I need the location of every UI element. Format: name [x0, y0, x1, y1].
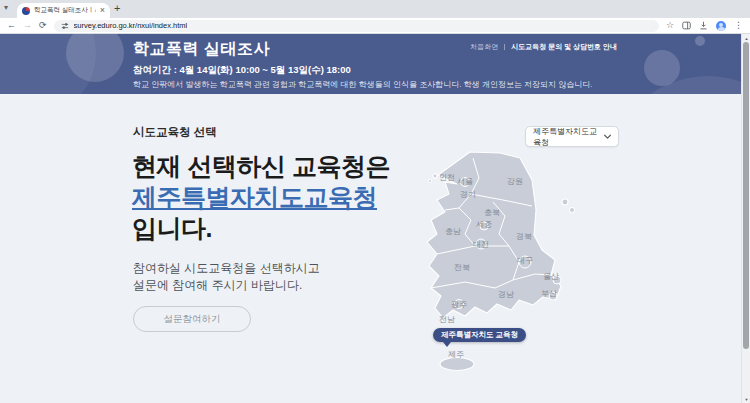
tab-strip: ▾ 학교폭력 실태조사ㅣ시도교육청 × +: [0, 0, 750, 18]
toolbar-actions: ☆ ⋮: [666, 21, 743, 31]
map-region-label-8[interactable]: 대전: [473, 239, 489, 250]
back-icon[interactable]: ←: [7, 21, 16, 30]
scrollbar-thumb[interactable]: [743, 42, 749, 349]
scroll-down-icon[interactable]: ▼: [742, 395, 750, 403]
korea-map[interactable]: [415, 150, 585, 390]
survey-period: 참여기간 : 4월 14일(화) 10:00 ~ 5월 13일(수) 18:00: [133, 64, 351, 77]
section-title: 시도교육청 선택: [133, 125, 217, 140]
new-tab-button[interactable]: +: [114, 2, 120, 14]
instruction-line2: 설문에 참여해 주시기 바랍니다.: [133, 277, 320, 294]
profile-avatar[interactable]: [716, 21, 726, 31]
map-region-label-10[interactable]: 전북: [454, 262, 470, 273]
map-region-label-5[interactable]: 세종: [476, 219, 492, 230]
headline-line1: 현재 선택하신 교육청은: [132, 151, 390, 182]
map-region-label-3[interactable]: 경기: [460, 189, 476, 200]
map-region-label-16[interactable]: 제주: [448, 349, 464, 360]
download-icon[interactable]: [699, 21, 708, 30]
map-island-ulleung: [562, 199, 568, 205]
selected-office-link[interactable]: 제주특별자치도교육청: [132, 183, 377, 211]
selection-headline: 현재 선택하신 교육청은 제주특별자치도교육청 입니다.: [132, 151, 390, 244]
page-scrollbar[interactable]: ▲ ▼: [741, 34, 750, 403]
bookmark-star-icon[interactable]: ☆: [666, 21, 674, 30]
decorative-circle: [608, 76, 750, 94]
scroll-up-icon[interactable]: ▲: [742, 34, 750, 42]
tab-close-icon[interactable]: ×: [100, 6, 105, 15]
selected-region-tooltip[interactable]: 제주특별자치도 교육청: [433, 328, 526, 342]
tab-search-icon[interactable]: ▾: [4, 3, 8, 12]
map-region-label-13[interactable]: 부산: [541, 288, 557, 299]
map-region-label-15[interactable]: 전남: [439, 314, 455, 325]
headline-line3: 입니다.: [132, 213, 390, 244]
decorative-circle: [695, 36, 705, 46]
page-title: 학교폭력 실태조사: [133, 39, 270, 60]
tab-title: 학교폭력 실태조사ㅣ시도교육청: [34, 6, 96, 15]
forward-icon[interactable]: →: [23, 21, 32, 30]
map-region-label-1[interactable]: 서울: [457, 176, 473, 187]
map-region-label-0[interactable]: 인천: [439, 172, 455, 183]
instruction-text: 참여하실 시도교육청을 선택하시고 설문에 참여해 주시기 바랍니다.: [133, 260, 320, 294]
map-region-label-4[interactable]: 충북: [484, 207, 500, 218]
nav-divider: [504, 44, 505, 50]
tooltip-pointer: [443, 342, 451, 347]
map-region-label-2[interactable]: 강원: [507, 176, 523, 187]
url-text: survey.eduro.go.kr/nxui/index.html: [74, 21, 188, 30]
contact-link[interactable]: 시도교육청 문의 및 상담번호 안내: [511, 42, 617, 52]
menu-icon[interactable]: ⋮: [734, 21, 743, 30]
home-link[interactable]: 처음화면: [470, 42, 498, 52]
chevron-down-icon: [604, 134, 611, 140]
map-region-label-11[interactable]: 울산: [543, 271, 559, 282]
site-settings-icon[interactable]: [61, 22, 69, 30]
page-header: 학교폭력 실태조사 참여기간 : 4월 14일(화) 10:00 ~ 5월 13…: [0, 34, 750, 94]
map-region-label-7[interactable]: 경북: [516, 231, 532, 242]
site-favicon-icon: [22, 7, 30, 15]
map-region-label-9[interactable]: 대구: [517, 255, 533, 266]
map-region-label-6[interactable]: 충남: [445, 226, 461, 237]
browser-window: ▾ 학교폭력 실태조사ㅣ시도교육청 × + ← → ⟳ survey.eduro…: [0, 0, 750, 403]
header-nav: 처음화면 시도교육청 문의 및 상담번호 안내: [470, 42, 617, 52]
address-bar[interactable]: survey.eduro.go.kr/nxui/index.html: [54, 20, 659, 32]
instruction-line1: 참여하실 시도교육청을 선택하시고: [133, 260, 320, 277]
map-region-label-12[interactable]: 경남: [498, 289, 514, 300]
survey-page: 학교폭력 실태조사 참여기간 : 4월 14일(화) 10:00 ~ 5월 13…: [0, 34, 750, 403]
office-dropdown[interactable]: 제주특별자치도교육청: [525, 126, 619, 147]
office-dropdown-value: 제주특별자치도교육청: [533, 126, 604, 148]
side-panel-icon[interactable]: [682, 21, 691, 30]
browser-toolbar: ← → ⟳ survey.eduro.go.kr/nxui/index.html…: [0, 18, 750, 34]
reload-icon[interactable]: ⟳: [39, 21, 47, 30]
browser-tab[interactable]: 학교폭력 실태조사ㅣ시도교육청 ×: [17, 3, 110, 18]
survey-description: 학교 안팎에서 발생하는 학교폭력 관련 경험과 학교폭력에 대한 학생들의 인…: [133, 79, 593, 90]
map-region-label-14[interactable]: 광주: [451, 299, 467, 310]
participate-button[interactable]: 설문참여하기: [133, 306, 251, 332]
